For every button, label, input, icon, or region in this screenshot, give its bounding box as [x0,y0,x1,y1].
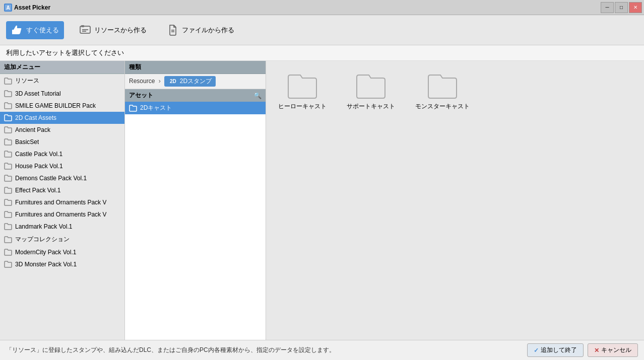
confirm-label: 追加して終了 [541,346,577,354]
sidebar-item-label: SMILE GAME BUILDER Pack [15,102,96,109]
from-file-button[interactable]: ファイルから作る [162,21,239,39]
folder-card-label: ヒーローキャスト [278,102,327,111]
window-controls: ─ □ ✕ [601,2,642,13]
sidebar-item-label: リソース [15,77,39,85]
folder-icon [4,163,12,170]
sidebar-item-label: 3D Monster Pack Vol.1 [15,261,77,268]
quick-use-button[interactable]: すぐ使える [6,21,64,39]
folder-icon [4,114,12,121]
sidebar-item-10[interactable]: Furnitures and Ornaments Pack V [0,196,124,208]
folder-icon [4,223,12,230]
sidebar-item-15[interactable]: 3D Monster Pack Vol.1 [0,258,124,270]
maximize-button[interactable]: □ [615,2,628,13]
assets-header: アセット 🔍 [125,89,266,102]
sidebar-item-label: Castle Pack Vol.1 [15,151,62,158]
right-panel: ヒーローキャストサポートキャストモンスターキャスト [266,61,644,340]
asset-folder-icon [129,105,137,112]
sidebar-item-label: ModernCity Pack Vol.1 [15,249,76,256]
subtitle-text: 利用したいアセットを選択してください [6,49,124,56]
title-bar: A Asset Picker ─ □ ✕ [0,0,644,15]
folder-icon [4,261,12,268]
sidebar-item-label: House Pack Vol.1 [15,163,63,170]
sidebar-item-label: 3D Asset Tutorial [15,90,61,97]
app-title: Asset Picker [14,4,50,11]
asset-item-0[interactable]: 2Dキャスト [125,102,266,114]
big-folder-icon [286,73,318,99]
breadcrumb-area: Resource › 2D 2Dスタンプ [125,74,266,89]
sidebar-item-label: Ancient Pack [15,126,50,133]
confirm-button[interactable]: ✓ 追加して終了 [527,343,584,357]
toolbar: すぐ使える リソースから作る ファイルから作る [0,15,644,45]
main-area: 追加メニュー リソース3D Asset TutorialSMILE GAME B… [0,61,644,340]
sidebar-item-7[interactable]: House Pack Vol.1 [0,160,124,172]
breadcrumb-text: Resource [129,78,155,85]
cancel-label: キャンセル [601,346,631,354]
sidebar-item-8[interactable]: Demons Castle Pack Vol.1 [0,172,124,184]
folder-icon [4,211,12,218]
from-resource-label: リソースから作る [94,26,147,35]
sidebar-item-label: Furnitures and Ornaments Pack V [15,211,106,218]
svg-text:A: A [6,5,10,11]
sidebar-item-11[interactable]: Furnitures and Ornaments Pack V [0,208,124,221]
sidebar-item-6[interactable]: Castle Pack Vol.1 [0,148,124,160]
app-icon: A [4,4,12,12]
folder-card-0[interactable]: ヒーローキャスト [274,69,331,115]
sidebar-item-0[interactable]: リソース [0,74,124,88]
sidebar-item-4[interactable]: Ancient Pack [0,124,124,136]
folder-icon [4,138,12,146]
sidebar-header: 追加メニュー [0,61,124,74]
sidebar-item-label: Landmark Pack Vol.1 [15,223,72,230]
close-button[interactable]: ✕ [629,2,642,13]
stamp-button[interactable]: 2D 2Dスタンプ [164,76,216,87]
thumbs-up-icon [11,24,23,36]
sidebar-items-container: リソース3D Asset TutorialSMILE GAME BUILDER … [0,74,124,270]
status-buttons: ✓ 追加して終了 ✕ キャンセル [527,343,638,357]
quick-use-label: すぐ使える [26,26,59,35]
from-file-label: ファイルから作る [182,26,234,35]
asset-item-label: 2Dキャスト [140,104,172,112]
folder-icon [4,199,12,206]
status-bar: 「リソース」に登録したスタンプや、組み込んだDLC、またはご自身のPC内各種素材… [0,340,644,360]
sidebar-item-2[interactable]: SMILE GAME BUILDER Pack [0,100,124,112]
sidebar-item-5[interactable]: BasicSet [0,136,124,148]
cancel-button[interactable]: ✕ キャンセル [588,343,638,357]
folder-icon [4,102,12,109]
category-header: 種類 [125,61,266,74]
folder-card-2[interactable]: モンスターキャスト [411,69,474,115]
from-resource-button[interactable]: リソースから作る [74,21,152,39]
sidebar-item-label: マップコレクション [15,235,70,244]
sidebar-item-14[interactable]: ModernCity Pack Vol.1 [0,246,124,258]
folder-card-1[interactable]: サポートキャスト [343,69,399,115]
resource-icon [79,24,91,36]
folder-card-label: モンスターキャスト [415,102,470,111]
subtitle-bar: 利用したいアセットを選択してください [0,45,644,61]
svg-rect-5 [81,25,84,27]
sidebar-item-label: Demons Castle Pack Vol.1 [15,175,87,182]
sidebar: 追加メニュー リソース3D Asset TutorialSMILE GAME B… [0,61,125,340]
folder-icon [4,126,12,133]
minimize-button[interactable]: ─ [601,2,614,13]
status-text: 「リソース」に登録したスタンプや、組み込んだDLC、またはご自身のPC内各種素材… [6,346,335,354]
sidebar-item-label: Furnitures and Ornaments Pack V [15,199,106,206]
sidebar-item-9[interactable]: Effect Pack Vol.1 [0,184,124,196]
cross-icon: ✕ [594,347,599,354]
folder-icon [4,175,12,182]
big-folder-icon [426,73,459,99]
folder-icon [4,151,12,158]
check-icon: ✓ [534,347,539,354]
sidebar-item-3[interactable]: 2D Cast Assets [0,112,124,124]
folder-icon [4,90,12,97]
assets-list: 2Dキャスト [125,102,266,340]
folder-card-label: サポートキャスト [347,102,395,111]
folder-icon [4,236,12,243]
sidebar-item-12[interactable]: Landmark Pack Vol.1 [0,221,124,233]
sidebar-item-13[interactable]: マップコレクション [0,233,124,246]
sidebar-item-label: 2D Cast Assets [15,114,56,121]
folder-icon [4,78,12,85]
stamp-2d-icon: 2D [168,78,178,85]
search-icon[interactable]: 🔍 [253,92,262,99]
folder-grid: ヒーローキャストサポートキャストモンスターキャスト [274,69,636,115]
sidebar-item-1[interactable]: 3D Asset Tutorial [0,88,124,100]
sidebar-item-label: Effect Pack Vol.1 [15,187,61,194]
big-folder-icon [355,73,387,99]
